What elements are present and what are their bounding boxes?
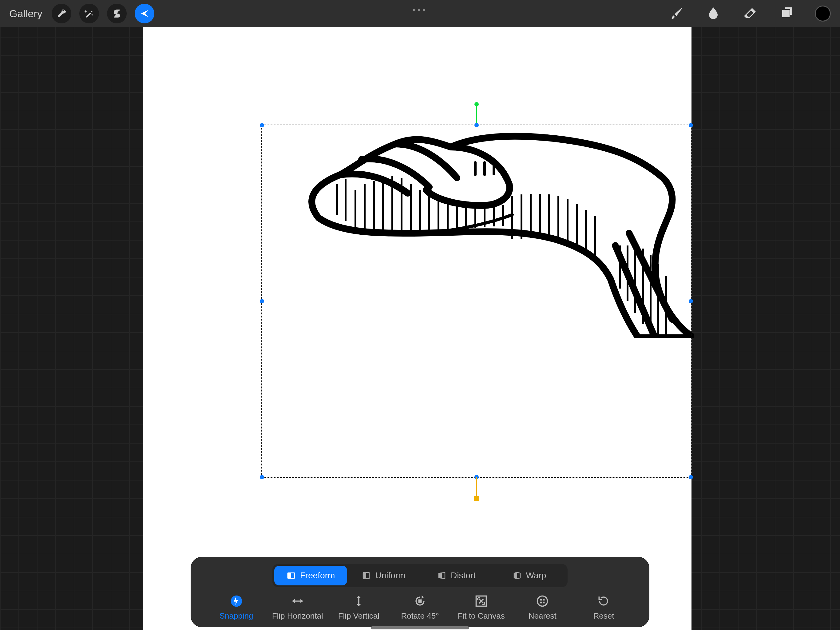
action-rot45-label: Rotate 45° [401, 611, 439, 621]
handle-mid-right[interactable] [689, 299, 693, 303]
rotation-stem [476, 104, 477, 125]
uniform-icon [362, 571, 371, 580]
svg-rect-45 [543, 599, 545, 601]
warp-icon [513, 571, 522, 580]
action-snapping-label: Snapping [219, 611, 253, 621]
svg-rect-46 [540, 602, 542, 603]
smudge-icon [706, 6, 721, 21]
action-reset-label: Reset [593, 611, 614, 621]
rotate-icon [413, 594, 427, 608]
action-snapping[interactable]: Snapping [206, 594, 267, 621]
action-flip-horizontal[interactable]: Flip Horizontal [267, 594, 328, 621]
s-ribbon-icon [112, 8, 122, 19]
transform-panel: Freeform Uniform Distort Warp Snapping F… [191, 557, 649, 627]
smudge-tool[interactable] [701, 1, 726, 26]
action-fliph-label: Flip Horizontal [272, 611, 323, 621]
action-nearest-label: Nearest [529, 611, 556, 621]
arrow-icon [139, 8, 150, 19]
transform-button[interactable] [135, 4, 154, 24]
handle-top-left[interactable] [260, 123, 264, 127]
action-flip-vertical[interactable]: Flip Vertical [328, 594, 389, 621]
svg-rect-37 [287, 573, 291, 578]
eraser-tool[interactable] [738, 1, 763, 26]
top-right-tools [652, 1, 831, 26]
distort-icon [437, 571, 447, 580]
home-indicator[interactable] [371, 626, 469, 629]
handle-mid-left[interactable] [260, 299, 264, 303]
action-fit-label: Fit to Canvas [458, 611, 505, 621]
action-reset[interactable]: Reset [573, 594, 634, 621]
action-nearest[interactable]: Nearest [512, 594, 573, 621]
actions-button[interactable] [52, 4, 71, 24]
transform-actions-row: Snapping Flip Horizontal Flip Vertical R… [199, 594, 641, 621]
gallery-button[interactable]: Gallery [9, 8, 43, 20]
mode-uniform-label: Uniform [375, 571, 405, 581]
top-toolbar: Gallery ••• [0, 0, 840, 27]
handle-top-mid[interactable] [474, 123, 479, 127]
snapping-icon [230, 594, 243, 608]
svg-rect-44 [540, 599, 542, 601]
rotation-handle[interactable] [474, 102, 479, 106]
svg-rect-41 [418, 600, 422, 603]
eraser-icon [743, 6, 758, 21]
selection-button[interactable] [107, 4, 127, 24]
mode-freeform-label: Freeform [300, 571, 335, 581]
layers-button[interactable] [775, 1, 799, 26]
handle-bottom-left[interactable] [260, 475, 264, 479]
layers-icon [780, 6, 794, 21]
reset-icon [597, 594, 610, 608]
mode-warp-label: Warp [526, 571, 546, 581]
mode-distort[interactable]: Distort [420, 566, 493, 586]
handle-top-right[interactable] [689, 123, 693, 127]
flip-vertical-icon [352, 594, 366, 608]
mode-uniform[interactable]: Uniform [347, 566, 420, 586]
action-flipv-label: Flip Vertical [338, 611, 379, 621]
anchor-stem [476, 477, 477, 499]
mode-warp[interactable]: Warp [493, 566, 566, 586]
fit-icon [474, 594, 488, 608]
handle-bottom-right[interactable] [689, 475, 693, 479]
action-fit-to-canvas[interactable]: Fit to Canvas [451, 594, 512, 621]
mode-distort-label: Distort [451, 571, 476, 581]
color-swatch[interactable] [815, 6, 831, 22]
freeform-icon [287, 571, 296, 580]
modify-menu-dots[interactable]: ••• [413, 5, 427, 15]
action-rotate-45[interactable]: Rotate 45° [389, 594, 450, 621]
mode-freeform[interactable]: Freeform [274, 566, 347, 586]
wand-icon [84, 8, 95, 19]
brush-tool[interactable] [664, 1, 689, 26]
nearest-icon [535, 594, 549, 608]
svg-rect-39 [363, 573, 366, 579]
flip-horizontal-icon [291, 594, 305, 608]
transform-mode-segmented: Freeform Uniform Distort Warp [272, 564, 568, 587]
transform-bounding-box[interactable] [261, 125, 692, 478]
anchor-handle[interactable] [474, 496, 479, 501]
brush-icon [669, 6, 684, 21]
svg-rect-47 [543, 602, 545, 603]
svg-point-43 [537, 596, 548, 606]
adjustments-button[interactable] [79, 4, 99, 24]
wrench-icon [56, 8, 67, 19]
